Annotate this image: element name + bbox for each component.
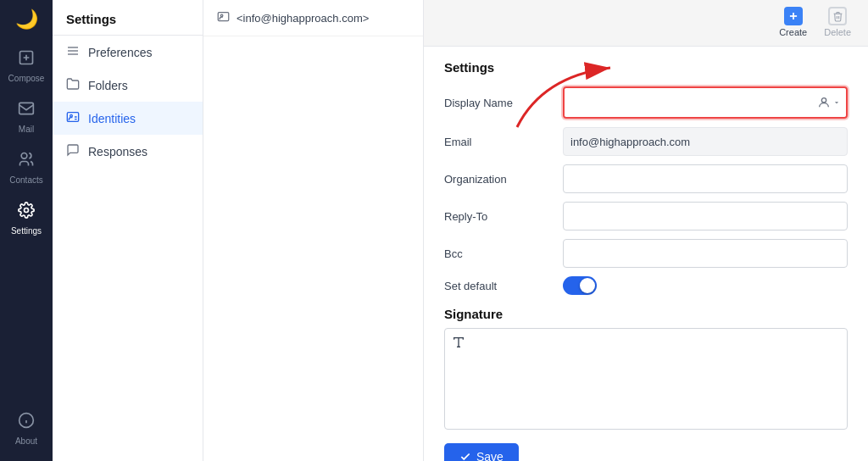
settings-icon [18,202,35,223]
organization-label: Organization [444,173,563,186]
delete-icon [828,7,847,25]
main-area: Create Delete Settings Display Name [424,0,868,461]
settings-menu: Settings Preferences Folders Identities … [53,0,203,461]
preferences-icon [66,44,80,60]
save-label: Save [476,450,504,461]
bcc-label: Bcc [444,247,563,260]
set-default-toggle[interactable] [563,276,597,295]
contacts-label: Contacts [9,175,42,185]
email-value: info@highapproach.com [563,127,848,156]
svg-point-2 [21,153,27,159]
signature-format-icon[interactable] [452,336,840,352]
set-default-row: Set default [444,276,848,295]
delete-label: Delete [824,27,851,37]
display-name-avatar-icon [817,96,841,109]
responses-icon [66,143,80,159]
set-default-label: Set default [444,280,563,292]
svg-point-11 [220,14,223,17]
bcc-row: Bcc [444,239,848,268]
preferences-label: Preferences [88,46,152,59]
contacts-icon [18,151,35,172]
settings-form: Settings Display Name Email info@highapp… [424,47,868,461]
settings-item-identities[interactable]: Identities [53,102,203,135]
display-name-field-wrapper [563,86,848,119]
identities-icon [66,110,80,126]
compose-icon [18,49,35,70]
settings-header: Settings [53,0,203,36]
about-icon [18,412,35,433]
settings-item-responses[interactable]: Responses [53,135,203,168]
svg-point-9 [70,114,73,117]
save-button[interactable]: Save [444,443,519,461]
sidebar-item-about[interactable]: About [3,405,50,453]
identity-item-icon [217,10,230,25]
mail-label: Mail [19,125,34,134]
folders-icon [66,77,80,93]
save-checkmark-icon [459,451,471,461]
signature-title: Signature [444,307,848,321]
theme-toggle-icon[interactable]: 🌙 [15,8,38,31]
folders-label: Folders [88,79,128,92]
reply-to-label: Reply-To [444,210,563,223]
settings-item-folders[interactable]: Folders [53,69,203,102]
signature-editor[interactable] [444,328,848,430]
svg-point-3 [25,208,29,213]
create-button[interactable]: Create [779,7,807,37]
identities-panel: <info@highapproach.com> [203,0,424,461]
organization-row: Organization [444,164,848,193]
svg-rect-1 [19,103,34,114]
settings-item-preferences[interactable]: Preferences [53,36,203,69]
identities-label: Identities [88,112,136,125]
settings-form-area: Settings Display Name Email info@highapp… [424,47,868,461]
form-title: Settings [444,60,848,75]
sidebar-item-settings[interactable]: Settings [3,195,50,242]
display-name-row: Display Name [444,86,848,119]
display-name-label: Display Name [444,97,563,109]
create-label: Create [779,27,807,37]
responses-label: Responses [88,145,147,158]
identity-list-item[interactable]: <info@highapproach.com> [203,0,423,36]
reply-to-input[interactable] [563,202,848,230]
sidebar-item-mail[interactable]: Mail [3,93,50,141]
mail-icon [18,100,35,121]
form-toolbar: Create Delete [424,0,868,47]
email-row: Email info@highapproach.com [444,127,848,156]
display-name-input[interactable] [565,88,846,117]
signature-section: Signature [444,307,848,430]
bcc-input[interactable] [563,239,848,268]
identity-email-label: <info@highapproach.com> [236,12,369,25]
nav-sidebar: 🌙 Compose Mail Contacts Settings About [0,0,53,461]
organization-input[interactable] [563,164,848,193]
sidebar-item-compose[interactable]: Compose [3,42,50,90]
reply-to-row: Reply-To [444,202,848,230]
create-icon [784,7,803,25]
about-label: About [15,436,37,446]
sidebar-item-contacts[interactable]: Contacts [3,144,50,192]
email-label: Email [444,136,563,148]
svg-point-14 [821,98,826,103]
settings-label: Settings [11,226,42,236]
compose-label: Compose [8,74,45,83]
delete-button[interactable]: Delete [824,7,851,37]
